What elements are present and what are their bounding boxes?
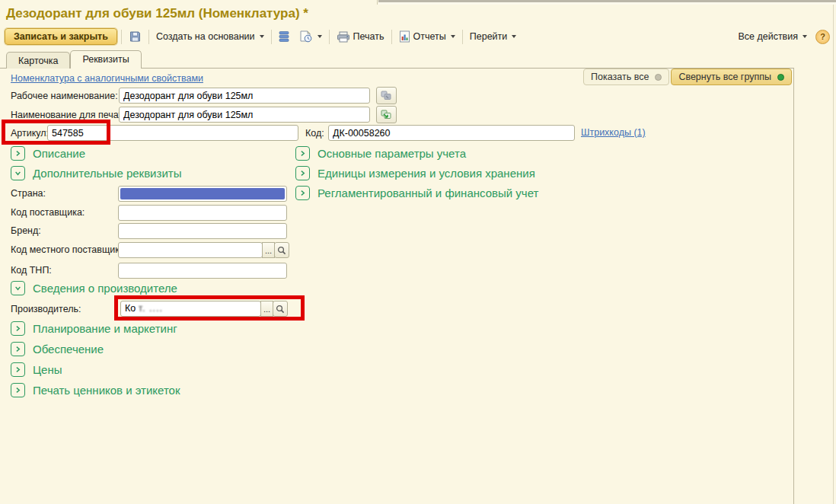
chevron-down-icon <box>512 35 516 38</box>
collapse-all-groups-label: Свернуть все группы <box>678 72 771 82</box>
all-actions-button[interactable]: Все действия <box>735 30 810 43</box>
toggle-dot-icon <box>655 74 662 81</box>
chevron-right-icon <box>11 321 25 336</box>
collapse-all-groups-button[interactable]: Свернуть все группы <box>671 69 792 85</box>
working-name-input[interactable] <box>119 88 370 104</box>
list-button[interactable] <box>276 29 292 44</box>
similar-properties-link[interactable]: Номенклатура с аналогичными свойствами <box>11 73 203 84</box>
section-units-storage[interactable]: Единицы измерения и условия хранения <box>295 166 535 180</box>
chevron-down-icon <box>11 281 25 295</box>
save-and-close-button[interactable]: Записать и закрыть <box>5 28 117 45</box>
toolbar-separator <box>121 30 122 44</box>
tab-requisites[interactable]: Реквизиты <box>70 50 141 69</box>
content-right-border <box>793 68 794 504</box>
chevron-down-icon <box>802 35 807 38</box>
section-price-tags-labels[interactable]: Печать ценников и этикеток <box>11 383 180 397</box>
code-input[interactable] <box>328 125 575 141</box>
section-label: Регламентированный и финансовый учет <box>317 187 538 199</box>
article-input[interactable] <box>47 125 298 141</box>
manufacturer-input[interactable]: Ко т. .... <box>120 301 261 317</box>
show-all-button[interactable]: Показать все <box>583 69 669 85</box>
brand-label: Бренд: <box>11 225 41 236</box>
chevron-right-icon <box>11 362 25 377</box>
page-title: Дезодорант для обуви 125мл (Номенклатура… <box>6 6 308 21</box>
copy-name-button[interactable] <box>376 87 397 104</box>
country-input[interactable] <box>118 186 287 202</box>
section-label: Дополнительные реквизиты <box>33 167 181 180</box>
form-window: Дезодорант для обуви 125мл (Номенклатура… <box>0 0 836 504</box>
tnp-code-label: Код ТНП: <box>11 265 52 276</box>
local-supplier-code-input[interactable] <box>118 242 263 258</box>
section-label: Планирование и маркетинг <box>33 322 177 335</box>
toolbar: Записать и закрыть Создать на основании <box>5 27 830 46</box>
tab-bar: Карточка Реквизиты <box>6 50 142 69</box>
create-based-on-button[interactable]: Создать на основании <box>153 30 267 43</box>
document-history-button[interactable] <box>296 29 325 44</box>
magnifier-icon <box>277 246 286 255</box>
chevron-down-icon <box>317 35 322 38</box>
tab-card[interactable]: Карточка <box>6 52 70 69</box>
manufacturer-value-obscured: т. .... <box>139 303 163 314</box>
save-button[interactable] <box>126 29 145 44</box>
section-label: Единицы измерения и условия хранения <box>317 167 535 180</box>
window-tab-active-strip <box>0 0 378 5</box>
save-icon <box>129 30 142 43</box>
local-supplier-code-label: Код местного поставщика: <box>11 244 127 255</box>
supplier-code-label: Код поставщика: <box>11 207 85 218</box>
report-chart-icon <box>399 30 410 43</box>
section-planning-marketing[interactable]: Планирование и маркетинг <box>11 321 177 336</box>
section-manufacturer-info[interactable]: Сведения о производителе <box>11 281 177 295</box>
copy-gray-icon <box>381 91 392 100</box>
chevron-right-icon <box>295 146 310 161</box>
all-actions-label: Все действия <box>738 31 798 42</box>
copy-to-print-name-button[interactable] <box>376 106 397 123</box>
article-label: Артикул: <box>11 128 49 139</box>
toggle-dot-icon <box>777 74 784 81</box>
section-main-accounting[interactable]: Основные параметры учета <box>295 146 466 161</box>
window-right-border <box>833 5 834 504</box>
supplier-code-input[interactable] <box>118 205 287 221</box>
manufacturer-search-button[interactable] <box>273 301 288 317</box>
barcodes-link[interactable]: Штрихкоды (1) <box>581 127 646 138</box>
section-prices[interactable]: Цены <box>11 362 62 377</box>
print-name-label: Наименование для печати: <box>11 110 131 120</box>
chevron-down-icon <box>260 35 264 38</box>
manufacturer-value-visible: Ко <box>125 303 136 314</box>
manufacturer-select-button[interactable]: ... <box>260 301 273 317</box>
section-supply[interactable]: Обеспечение <box>11 342 104 356</box>
print-name-input[interactable] <box>119 107 370 123</box>
chevron-right-icon <box>11 342 25 356</box>
goto-label: Перейти <box>470 31 508 42</box>
section-label: Сведения о производителе <box>33 282 177 295</box>
brand-input[interactable] <box>118 223 287 239</box>
section-additional-requisites[interactable]: Дополнительные реквизиты <box>11 166 181 180</box>
toolbar-separator <box>462 30 463 44</box>
list-icon <box>279 30 289 43</box>
document-clock-icon <box>299 30 313 43</box>
chevron-right-icon <box>11 146 25 161</box>
chevron-down-icon <box>451 35 455 38</box>
section-regulated-accounting[interactable]: Регламентированный и финансовый учет <box>295 186 538 200</box>
goto-button[interactable]: Перейти <box>467 30 520 43</box>
magnifier-icon <box>276 305 285 314</box>
show-all-label: Показать все <box>591 72 649 82</box>
chevron-right-icon <box>295 166 310 180</box>
section-label: Обеспечение <box>33 343 104 356</box>
copy-green-arrow-icon <box>381 110 392 120</box>
print-button[interactable]: Печать <box>333 30 388 44</box>
local-supplier-search-button[interactable] <box>274 242 289 258</box>
local-supplier-select-button[interactable]: ... <box>262 242 275 258</box>
country-label: Страна: <box>11 188 46 199</box>
chevron-right-icon <box>295 186 310 200</box>
help-button[interactable]: ? <box>815 30 830 44</box>
toolbar-separator <box>329 30 330 44</box>
manufacturer-label: Производитель: <box>11 304 81 314</box>
section-label: Печать ценников и этикеток <box>33 384 180 397</box>
tnp-code-input[interactable] <box>118 263 287 279</box>
create-based-on-label: Создать на основании <box>156 31 255 42</box>
printer-icon <box>337 31 350 43</box>
section-description[interactable]: Описание <box>11 146 85 161</box>
reports-label: Отчеты <box>413 31 446 42</box>
toolbar-separator <box>391 30 392 44</box>
reports-button[interactable]: Отчеты <box>396 29 458 44</box>
